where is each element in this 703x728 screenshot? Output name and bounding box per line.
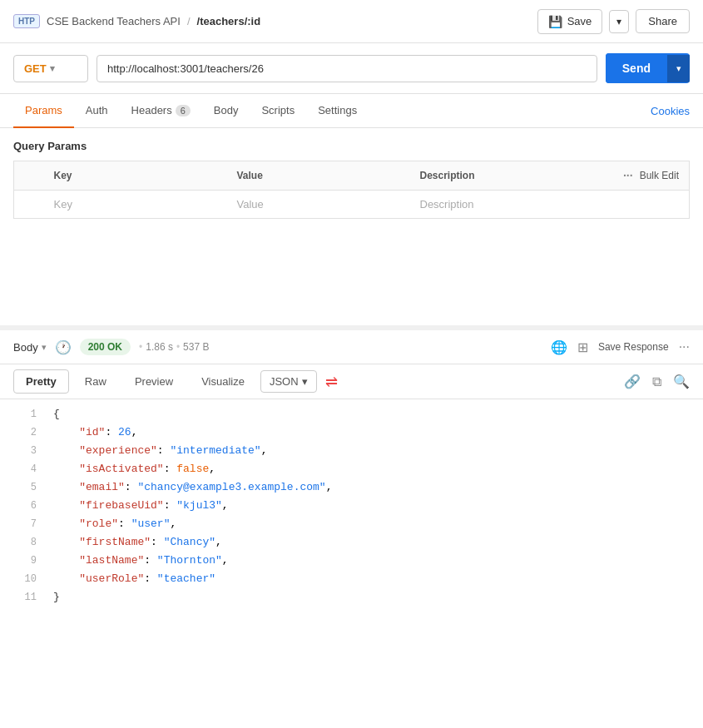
response-meta: • 1.86 s • 537 B (139, 341, 209, 353)
send-button[interactable]: Send (606, 53, 667, 83)
cookies-link[interactable]: Cookies (651, 105, 690, 117)
response-bar-left: Body ▾ 🕐 200 OK • 1.86 s • 537 B (13, 339, 209, 355)
code-line: 3 "experience": "intermediate", (0, 443, 703, 461)
url-bar: GET ▾ Send ▾ (0, 43, 703, 94)
code-line: 10 "userRole": "teacher" (0, 571, 703, 589)
line-content: "lastName": "Thornton", (53, 554, 690, 567)
method-dropdown-arrow: ▾ (50, 63, 55, 74)
line-content: "role": "user", (53, 518, 690, 530)
response-tabs-left: Pretty Raw Preview Visualize JSON ▾ ⇌ (13, 369, 338, 394)
copy-link-icon[interactable]: 🔗 (624, 374, 641, 389)
tab-auth[interactable]: Auth (74, 94, 120, 128)
response-tabs-right: 🔗 ⧉ 🔍 (624, 374, 690, 389)
save-dropdown-button[interactable]: ▾ (609, 10, 629, 33)
breadcrumb-route: /teachers/:id (197, 15, 261, 27)
response-tabs-bar: Pretty Raw Preview Visualize JSON ▾ ⇌ 🔗 … (0, 364, 703, 399)
response-bar: Body ▾ 🕐 200 OK • 1.86 s • 537 B 🌐 ⊞ Sav… (0, 330, 703, 364)
line-content: { (53, 408, 690, 420)
format-select[interactable]: JSON ▾ (260, 370, 317, 393)
more-options-icon[interactable]: ··· (679, 339, 690, 354)
line-content: } (53, 591, 690, 603)
line-number: 6 (13, 499, 37, 512)
query-params-section: Query Params Key Value Description ··· B… (0, 128, 703, 225)
api-icon: HTP (13, 14, 40, 28)
response-code-block: 1{2 "id": 26,3 "experience": "intermedia… (0, 399, 703, 632)
line-number: 7 (13, 518, 37, 530)
row-value-cell[interactable]: Value (227, 191, 410, 219)
body-select[interactable]: Body ▾ (13, 341, 47, 354)
format-dropdown-arrow: ▾ (302, 375, 308, 388)
headers-badge: 6 (176, 105, 191, 116)
format-label: JSON (270, 375, 299, 388)
save-response-button[interactable]: Save Response (598, 341, 669, 353)
history-icon[interactable]: 🕐 (55, 339, 72, 355)
request-tabs-bar: Params Auth Headers6 Body Scripts Settin… (0, 94, 703, 128)
code-line: 2 "id": 26, (0, 424, 703, 443)
tab-settings[interactable]: Settings (306, 94, 369, 128)
breadcrumb-separator: / (187, 15, 191, 27)
line-content: "firebaseUid": "kjul3", (53, 499, 690, 512)
bulk-edit-button[interactable]: Bulk Edit (640, 170, 679, 181)
table-options-icon[interactable]: ··· (623, 169, 633, 182)
line-number: 1 (13, 408, 37, 420)
code-line: 7 "role": "user", (0, 516, 703, 534)
code-line: 4 "isActivated": false, (0, 461, 703, 479)
tab-params[interactable]: Params (13, 94, 74, 128)
code-line: 1{ (0, 406, 703, 424)
send-dropdown-button[interactable]: ▾ (667, 55, 690, 82)
resp-tab-visualize[interactable]: Visualize (189, 369, 257, 394)
body-label: Body (13, 341, 38, 354)
search-icon[interactable]: 🔍 (673, 374, 690, 389)
checkbox-col-header (14, 161, 44, 191)
row-desc-cell[interactable]: Description (410, 191, 690, 219)
format-icon: ⊞ (577, 339, 588, 355)
params-table: Key Value Description ··· Bulk Edit Key (13, 161, 690, 219)
code-line: 11} (0, 589, 703, 607)
response-bar-right: 🌐 ⊞ Save Response ··· (551, 339, 690, 355)
save-label: Save (567, 15, 592, 27)
share-button[interactable]: Share (636, 9, 690, 33)
save-button[interactable]: 💾 Save (537, 9, 603, 34)
line-number: 11 (13, 591, 37, 603)
line-content: "isActivated": false, (53, 463, 690, 475)
table-row: Key Value Description (14, 191, 690, 219)
breadcrumb: HTP CSE Backend Teachers API / /teachers… (13, 14, 260, 28)
line-number: 5 (13, 481, 37, 493)
line-content: "firstName": "Chancy", (53, 536, 690, 548)
row-checkbox-cell (14, 191, 44, 219)
wrap-icon[interactable]: ⇌ (325, 373, 338, 391)
request-tabs: Params Auth Headers6 Body Scripts Settin… (13, 94, 369, 127)
line-content: "id": 26, (53, 426, 690, 438)
line-number: 2 (13, 426, 37, 438)
line-number: 3 (13, 444, 37, 457)
line-number: 8 (13, 536, 37, 548)
line-content: "experience": "intermediate", (53, 444, 690, 457)
tab-headers[interactable]: Headers6 (120, 94, 202, 128)
resp-tab-raw[interactable]: Raw (72, 369, 119, 394)
code-line: 5 "email": "chancy@example3.example.com"… (0, 479, 703, 498)
copy-icon[interactable]: ⧉ (652, 374, 661, 389)
body-dropdown-arrow: ▾ (42, 342, 47, 353)
resp-tab-pretty[interactable]: Pretty (13, 369, 69, 394)
line-number: 9 (13, 554, 37, 567)
method-select[interactable]: GET ▾ (13, 55, 88, 82)
line-content: "userRole": "teacher" (53, 572, 690, 585)
row-key-cell[interactable]: Key (44, 191, 227, 219)
tab-scripts[interactable]: Scripts (250, 94, 306, 128)
code-line: 8 "firstName": "Chancy", (0, 534, 703, 552)
desc-col-header: Description ··· Bulk Edit (410, 161, 690, 191)
globe-icon[interactable]: 🌐 (551, 339, 567, 355)
tab-body[interactable]: Body (202, 94, 250, 128)
url-input[interactable] (97, 55, 597, 82)
resp-tab-preview[interactable]: Preview (122, 369, 186, 394)
method-label: GET (24, 62, 47, 75)
response-size: 537 B (183, 341, 209, 353)
line-number: 10 (13, 572, 37, 585)
key-col-header: Key (44, 161, 227, 191)
save-icon: 💾 (548, 15, 562, 28)
breadcrumb-api-name: CSE Backend Teachers API (47, 15, 181, 27)
query-params-title: Query Params (13, 140, 690, 152)
top-bar-actions: 💾 Save ▾ Share (537, 9, 690, 34)
value-col-header: Value (227, 161, 410, 191)
response-time: 1.86 s (146, 341, 173, 353)
